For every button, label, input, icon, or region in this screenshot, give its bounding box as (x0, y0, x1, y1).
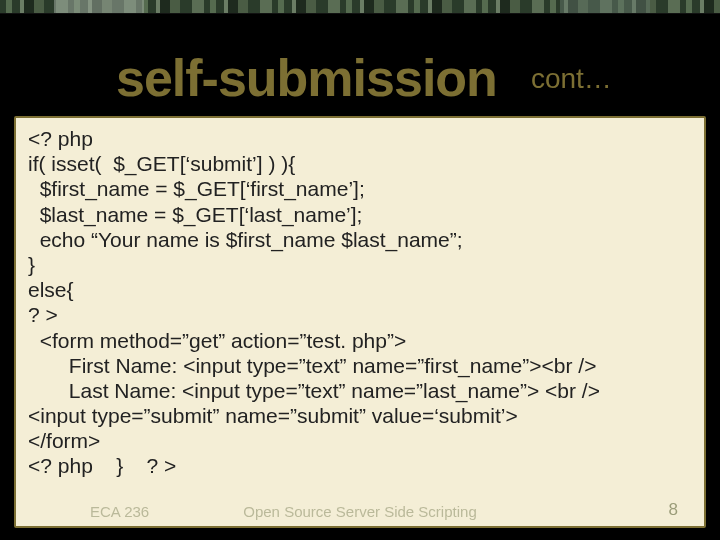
code-panel: <? php if( isset( $_GET[‘submit’] ) ){ $… (14, 116, 706, 528)
slide-title: self-submission (116, 48, 497, 108)
footer-caption: Open Source Server Side Scripting (16, 503, 704, 520)
title-row: self-submission cont… (0, 14, 720, 116)
code-block: <? php if( isset( $_GET[‘submit’] ) ){ $… (28, 126, 692, 479)
decorative-top-strip (0, 0, 720, 14)
slide-number: 8 (669, 500, 678, 520)
slide-subtitle: cont… (531, 63, 612, 95)
